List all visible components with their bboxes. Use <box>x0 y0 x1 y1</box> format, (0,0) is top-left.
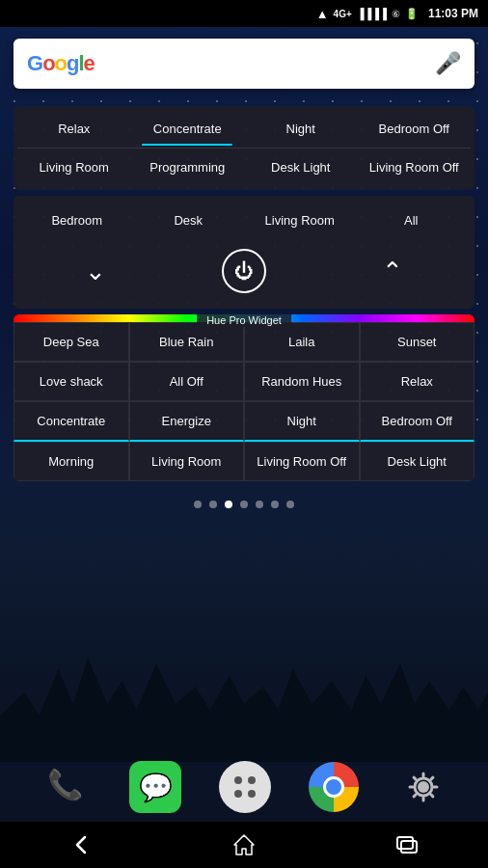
scene-btn-bedroom-off[interactable]: Bedroom Off <box>358 112 472 146</box>
scene-btn-night[interactable]: Night <box>244 112 358 146</box>
scene-btn-living-room-off[interactable]: Living Room Off <box>358 150 472 184</box>
svg-text:📞: 📞 <box>47 768 84 802</box>
svg-rect-18 <box>401 841 417 853</box>
mic-icon[interactable]: 🎤 <box>435 51 461 76</box>
svg-rect-17 <box>397 837 413 849</box>
page-dot-3 <box>225 501 232 508</box>
room-btn-bedroom[interactable]: Bedroom <box>21 207 133 233</box>
back-button[interactable] <box>68 831 95 858</box>
phone-icon[interactable]: 📞 <box>38 760 92 814</box>
hue-widget-title: Hue Pro Widget <box>197 314 291 327</box>
hue-btn-morning[interactable]: Morning <box>14 442 129 481</box>
svg-line-15 <box>414 795 416 797</box>
chrome-inner <box>323 776 344 798</box>
hue-btn-concentrate[interactable]: Concentrate <box>14 401 129 442</box>
svg-line-14 <box>430 777 432 779</box>
battery-icon: 🔋 <box>405 8 419 20</box>
hue-btn-energize[interactable]: Energize <box>129 401 245 442</box>
signal-icon: ▐▐▐▐ <box>357 8 387 19</box>
scene-row-1: Relax Concentrate Night Bedroom Off <box>17 112 471 146</box>
svg-point-6 <box>418 781 429 793</box>
status-icons: ▲ 4G+ ▐▐▐▐ ⑥ 🔋 <box>316 7 419 21</box>
status-time: 11:03 PM <box>428 7 478 20</box>
network-label: 4G+ <box>334 9 352 19</box>
scene-btn-relax[interactable]: Relax <box>17 112 131 146</box>
nav-bar <box>0 822 488 868</box>
hue-pro-widget: Hue Pro Widget Deep Sea Blue Rain Laila … <box>14 314 474 481</box>
page-dot-1 <box>194 501 202 508</box>
svg-point-3 <box>248 776 256 784</box>
scene-btn-living-room[interactable]: Living Room <box>17 150 131 184</box>
page-dot-4 <box>240 501 248 508</box>
wifi-icon: ▲ <box>316 7 329 21</box>
search-bar-container: Google 🎤 <box>0 27 488 100</box>
hue-btn-night[interactable]: Night <box>244 401 360 442</box>
app-dock: 📞 💬 <box>0 752 488 822</box>
brightness-down-icon[interactable]: ⌄ <box>21 257 170 286</box>
room-btn-all[interactable]: All <box>356 207 468 233</box>
hue-btn-bedroom-off[interactable]: Bedroom Off <box>360 401 475 442</box>
page-dot-2 <box>209 501 217 508</box>
svg-point-5 <box>248 790 256 798</box>
brightness-up-icon[interactable]: ⌃ <box>318 257 467 286</box>
app-drawer-icon[interactable] <box>219 761 271 813</box>
page-dot-5 <box>256 501 263 508</box>
svg-point-2 <box>234 776 242 784</box>
hue-btn-relax[interactable]: Relax <box>360 362 475 401</box>
hue-btn-sunset[interactable]: Sunset <box>360 322 475 362</box>
power-button[interactable]: ⏻ <box>222 249 266 293</box>
scene-row-2: Living Room Programming Desk Light Livin… <box>17 150 471 184</box>
hue-buttons-grid: Deep Sea Blue Rain Laila Sunset Love sha… <box>14 322 474 481</box>
hue-btn-love-shack[interactable]: Love shack <box>14 362 129 401</box>
google-logo: Google <box>27 51 95 76</box>
battery-level: ⑥ <box>392 9 400 19</box>
home-button[interactable] <box>230 831 258 858</box>
hue-btn-blue-rain[interactable]: Blue Rain <box>129 322 245 362</box>
search-bar[interactable]: Google 🎤 <box>14 39 474 89</box>
hue-btn-living-room[interactable]: Living Room <box>129 442 245 481</box>
scene-divider <box>17 148 471 149</box>
scene-btn-concentrate[interactable]: Concentrate <box>131 112 245 146</box>
hue-btn-laila[interactable]: Laila <box>244 322 360 362</box>
settings-icon[interactable] <box>396 760 450 814</box>
recents-button[interactable] <box>393 831 420 858</box>
room-control-widget: Bedroom Desk Living Room All ⌄ ⏻ ⌃ <box>14 196 474 309</box>
svg-line-13 <box>430 795 432 797</box>
room-selector-row: Bedroom Desk Living Room All <box>21 202 467 239</box>
room-btn-desk[interactable]: Desk <box>133 207 245 233</box>
messages-icon[interactable]: 💬 <box>129 761 181 813</box>
svg-line-12 <box>414 777 416 779</box>
scene-btn-desk-light[interactable]: Desk Light <box>244 150 358 184</box>
svg-marker-16 <box>234 835 254 854</box>
scene-widget: Relax Concentrate Night Bedroom Off Livi… <box>14 106 474 190</box>
page-indicators <box>0 487 488 516</box>
hue-btn-deep-sea[interactable]: Deep Sea <box>14 322 129 362</box>
page-dot-7 <box>286 501 294 508</box>
svg-point-4 <box>234 790 242 798</box>
brightness-control-row: ⌄ ⏻ ⌃ <box>21 239 467 303</box>
hue-btn-desk-light[interactable]: Desk Light <box>360 442 475 481</box>
chrome-icon[interactable] <box>309 762 359 812</box>
status-bar: ▲ 4G+ ▐▐▐▐ ⑥ 🔋 11:03 PM <box>0 0 488 27</box>
hue-btn-random-hues[interactable]: Random Hues <box>244 362 360 401</box>
hue-btn-all-off[interactable]: All Off <box>129 362 245 401</box>
room-btn-living-room[interactable]: Living Room <box>244 207 356 233</box>
scene-btn-programming[interactable]: Programming <box>131 150 245 184</box>
page-dot-6 <box>271 501 279 508</box>
hue-btn-living-room-off[interactable]: Living Room Off <box>244 442 360 481</box>
hue-rainbow-bar: Hue Pro Widget <box>14 314 474 322</box>
